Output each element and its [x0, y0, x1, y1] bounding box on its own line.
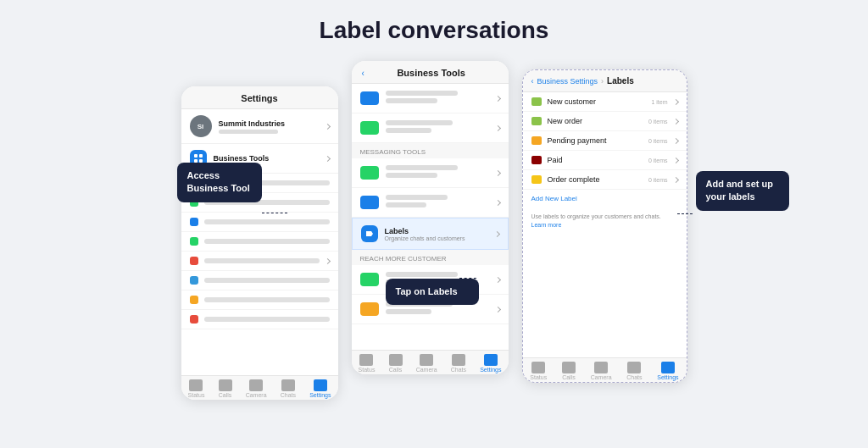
phone1-header: Settings — [181, 86, 338, 109]
color-dot-red2 — [190, 315, 198, 324]
labels-chevron-icon — [493, 230, 499, 236]
profile-chevron-icon — [324, 123, 330, 129]
label-name-paid: Paid — [548, 156, 643, 164]
footer-status3[interactable]: Status — [530, 362, 547, 380]
phone1-wrapper: Access Business Tool Settings SI Summit … — [181, 86, 338, 400]
footer-label-chats2: Chats — [451, 367, 466, 373]
phone3: ‹ Business Settings › Labels New custome… — [522, 69, 687, 383]
phone3-header: ‹ Business Settings › Labels — [523, 70, 687, 92]
back-arrow-icon3: ‹ — [531, 77, 534, 86]
phone1-header-title: Settings — [192, 93, 328, 103]
footer-calls3[interactable]: Calls — [562, 362, 576, 380]
footer-label-status3: Status — [530, 374, 547, 380]
page-title: Label conversations — [320, 17, 549, 44]
reach-color-green — [360, 273, 379, 286]
list-item — [181, 310, 338, 329]
phones-container: Access Business Tool Settings SI Summit … — [25, 61, 843, 400]
business-tools-chevron-icon — [324, 155, 330, 161]
footer-camera[interactable]: Camera — [246, 379, 267, 398]
label-item-paid: Paid 0 items — [523, 151, 687, 170]
tap-on-labels-tooltip: Tap on Labels — [386, 279, 479, 305]
bt-item-2[interactable] — [352, 113, 509, 143]
folder-icon-green2 — [531, 117, 542, 125]
labels-title: Labels — [385, 227, 488, 235]
footer-status[interactable]: Status — [188, 379, 205, 398]
footer-label-settings3: Settings — [657, 374, 678, 380]
phone2-footer: Status Calls Camera Chats Settings — [352, 350, 509, 374]
calls-icon2 — [389, 354, 403, 366]
phone2-wrapper: Tap on Labels ‹ Business Tools — [352, 61, 509, 374]
phone3-footer: Status Calls Camera Chats Settings — [523, 357, 687, 382]
camera-icon2 — [420, 354, 433, 366]
bt-color-green — [360, 121, 379, 135]
labels-row[interactable]: Labels Organize chats and customers — [352, 218, 509, 250]
color-dot-blue2 — [190, 276, 198, 285]
label-name-new-order: New order — [548, 117, 643, 125]
chats-icon — [281, 379, 295, 391]
business-tools-label: Business Tools — [214, 154, 319, 163]
camera-icon — [249, 379, 263, 391]
bt-msg-item-2[interactable] — [352, 188, 509, 218]
labels-description: Use labels to organize your customers an… — [523, 207, 687, 235]
phone3-body: New customer 1 item New order 0 items Pe… — [523, 92, 687, 357]
settings-icon3 — [661, 362, 675, 373]
label-item-order-complete: Order complete 0 items — [523, 170, 687, 190]
status-icon2 — [359, 354, 373, 366]
color-dot-blue — [190, 218, 198, 226]
label-item-new-order: New order 0 items — [523, 112, 687, 131]
status-icon — [189, 379, 203, 391]
profile-avatar: SI — [190, 115, 212, 137]
labels-icon — [361, 225, 378, 242]
footer-calls2[interactable]: Calls — [389, 354, 403, 373]
footer-label-status: Status — [188, 392, 205, 398]
footer-camera3[interactable]: Camera — [591, 362, 612, 380]
list-item — [181, 232, 338, 252]
bt-msg-text2 — [386, 195, 489, 210]
footer-label-chats3: Chats — [626, 374, 642, 380]
footer-settings[interactable]: Settings — [309, 379, 331, 398]
bt-item-1[interactable] — [352, 84, 509, 113]
reach-color-orange — [360, 302, 379, 316]
labels-text: Labels Organize chats and customers — [385, 227, 488, 241]
learn-more-link[interactable]: Learn more — [531, 222, 562, 228]
phone2: ‹ Business Tools — [352, 61, 509, 374]
label-chevron-icon4 — [672, 157, 678, 163]
list-item — [181, 290, 338, 310]
settings-icon2 — [484, 354, 498, 366]
folder-icon-orange — [531, 136, 542, 145]
profile-sub-bar — [219, 130, 278, 134]
add-new-label-link[interactable]: Add New Label — [523, 190, 687, 207]
calls-icon3 — [562, 362, 576, 373]
phone3-wrapper: Add and set up your labels ‹ Business Se… — [522, 69, 687, 383]
label-name-order-complete: Order complete — [548, 175, 643, 184]
label-chevron-icon5 — [672, 176, 678, 182]
msg-chevron-icon2 — [494, 199, 500, 205]
footer-label-camera: Camera — [246, 392, 267, 398]
footer-calls[interactable]: Calls — [219, 379, 232, 398]
label-name-new-customer: New customer — [548, 97, 646, 106]
footer-label-settings2: Settings — [480, 367, 501, 373]
footer-chats2[interactable]: Chats — [451, 354, 466, 373]
footer-status2[interactable]: Status — [359, 354, 376, 373]
footer-camera2[interactable]: Camera — [416, 354, 437, 373]
label-count-paid: 0 items — [648, 158, 668, 163]
profile-row[interactable]: SI Summit Industries — [181, 109, 338, 144]
bt-msg-item-1[interactable] — [352, 158, 509, 188]
access-business-tool-tooltip: Access Business Tool — [177, 163, 262, 202]
phone1-footer: Status Calls Camera Chats Settings — [181, 375, 338, 400]
footer-label-calls3: Calls — [562, 374, 576, 380]
add-labels-tooltip: Add and set up your labels — [696, 171, 789, 211]
calls-icon — [219, 379, 232, 391]
footer-settings3[interactable]: Settings — [657, 362, 678, 380]
phone2-header-title: Business Tools — [364, 68, 498, 78]
bt-msg-text1 — [386, 165, 489, 180]
msg-color-green — [360, 166, 379, 180]
label-count-new-order: 0 items — [648, 119, 668, 124]
breadcrumb-sep: › — [601, 77, 604, 86]
footer-chats3[interactable]: Chats — [626, 362, 642, 380]
bt-text-lines2 — [386, 120, 489, 136]
label-name-pending: Pending payment — [548, 136, 643, 145]
footer-chats[interactable]: Chats — [281, 379, 296, 398]
footer-settings2[interactable]: Settings — [480, 354, 501, 373]
item-chevron-icon — [324, 257, 330, 263]
